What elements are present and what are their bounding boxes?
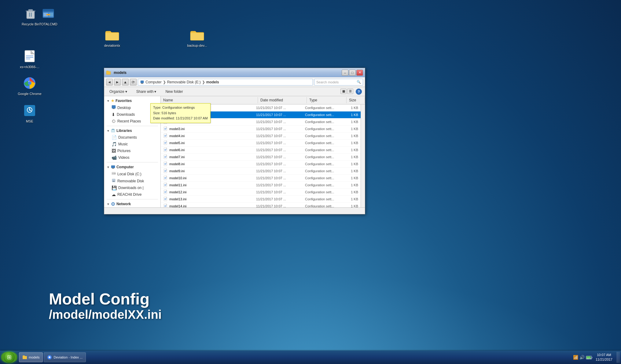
table-row[interactable]: model4.ini 11/21/2017 10:07 ... Configur… [161, 133, 361, 140]
tooltip-date: Date modified: 11/21/2017 10:07 AM [153, 116, 208, 121]
share-dropdown-icon: ▾ [154, 89, 156, 94]
extra-large-view-button[interactable]: ▦ [340, 89, 347, 94]
sidebar-item-removable-disk[interactable]: Removable Disk [104, 177, 160, 184]
table-row[interactable]: model9.ini 11/21/2017 10:07 ... Configur… [161, 168, 361, 175]
sidebar-item-music[interactable]: 🎵 Music [104, 141, 160, 147]
type-column-header[interactable]: Type [307, 97, 347, 103]
file-size-cell: 1 KB [342, 162, 361, 166]
sidebar-item-downloads-on[interactable]: 💾 Downloads on | [104, 184, 160, 191]
downloads-on-nav-icon: 💾 [112, 185, 117, 190]
desktop-icon-deviationtx[interactable]: deviationtx [100, 27, 124, 48]
svg-point-16 [28, 81, 31, 85]
date-column-header[interactable]: Date modified [258, 97, 307, 103]
table-row[interactable]: model10.ini 11/21/2017 10:07 ... Configu… [161, 175, 361, 182]
desktop: Recycle Bin TOTALCMD deviationtx [0, 0, 621, 364]
taskbar-chrome-label: Deviation - Index ... [53, 355, 83, 359]
back-button[interactable]: ◄ [106, 79, 113, 86]
sidebar-item-videos[interactable]: 📹 Videos [104, 154, 160, 161]
downloads-on-nav-label: Downloads on | [118, 186, 144, 190]
share-with-button[interactable]: Share with ▾ [133, 88, 160, 95]
sidebar-item-reachit-drive[interactable]: ☁ REACHit Drive [104, 191, 160, 198]
file-size-cell: 1 KB [342, 112, 361, 117]
file-name-cell: model9.ini [161, 168, 254, 174]
table-row[interactable]: model3.ini 11/21/2017 10:07 ... Configur… [161, 126, 361, 133]
table-row[interactable]: model12.ini 11/21/2017 10:07 ... Configu… [161, 189, 361, 196]
svg-rect-22 [141, 81, 144, 83]
svg-rect-0 [27, 11, 35, 19]
taskbar-models-label: models [29, 355, 39, 359]
maximize-button[interactable]: □ [349, 70, 356, 76]
file-type-cell: Configuration sett... [303, 183, 342, 187]
network-tray-icon[interactable]: 📶 [573, 355, 578, 360]
organize-button[interactable]: Organize ▾ [106, 88, 130, 95]
desktop-icon-mse[interactable]: MSE [17, 103, 42, 123]
deviationtx-folder-icon [105, 27, 119, 42]
start-button[interactable]: ⊞ [1, 352, 17, 363]
name-column-header[interactable]: Name [161, 97, 258, 103]
svg-rect-4 [31, 13, 32, 17]
table-row[interactable]: model6.ini 11/21/2017 10:07 ... Configur… [161, 147, 361, 154]
libraries-section[interactable]: ▼ Libraries [104, 127, 160, 134]
svg-rect-3 [29, 13, 30, 17]
table-row[interactable]: model7.ini 11/21/2017 10:07 ... Configur… [161, 154, 361, 161]
file-name-cell: model6.ini [161, 147, 254, 153]
address-field[interactable]: Computer ❯ Removable Disk (E:) ❯ models [138, 79, 313, 86]
file-type-cell: Configuration sett... [303, 176, 342, 180]
search-box[interactable]: Search models 🔍 [314, 79, 363, 86]
share-with-label: Share with [136, 89, 154, 94]
new-folder-button[interactable]: New folder [162, 88, 186, 95]
totalcmd-icon [41, 6, 56, 21]
computer-icon [140, 80, 144, 84]
desktop-icon-google-chrome[interactable]: Google Chrome [17, 76, 42, 96]
taskbar-item-models[interactable]: models [19, 352, 43, 362]
network-section[interactable]: ▼ Network [104, 201, 160, 207]
close-button[interactable]: ✕ [356, 70, 363, 76]
file-date-cell: 11/21/2017 10:07 ... [254, 140, 303, 145]
forward-button[interactable]: ► [114, 79, 121, 86]
taskbar-items: models Deviation - Index ... [19, 352, 573, 362]
ini-file-icon [163, 155, 168, 159]
help-button[interactable]: ? [356, 89, 362, 95]
file-type-cell: Configuration sett... [303, 162, 342, 166]
file-date-cell: 11/21/2017 10:07 ... [254, 105, 303, 110]
show-desktop-button[interactable] [617, 352, 620, 363]
pictures-nav-label: Pictures [117, 149, 130, 153]
volume-tray-icon[interactable]: 🔊 [579, 355, 585, 360]
table-row[interactable]: model11.ini 11/21/2017 10:07 ... Configu… [161, 182, 361, 189]
removable-disk-nav-icon [112, 178, 116, 184]
details-view-button[interactable]: ☰ [347, 89, 353, 94]
refresh-button[interactable]: ⟳ [130, 79, 137, 86]
desktop-icon-xs-file[interactable]: xs+rk3066-... [17, 49, 42, 69]
computer-section-icon [111, 165, 115, 169]
sidebar-item-local-disk[interactable]: Local Disk (C:) [104, 170, 160, 177]
table-row[interactable]: model13.ini 11/21/2017 10:07 ... Configu… [161, 196, 361, 203]
file-name-cell: model3.ini [161, 126, 254, 132]
table-row[interactable]: model8.ini 11/21/2017 10:07 ... Configur… [161, 161, 361, 168]
file-type-cell: Configuration sett... [303, 147, 342, 152]
file-type-cell: Configuration sett... [303, 119, 342, 124]
desktop-icon-totalcmd[interactable]: TOTALCMD [36, 6, 61, 26]
minimize-button[interactable]: – [342, 70, 348, 76]
sidebar-item-pictures[interactable]: 🖼 Pictures [104, 147, 160, 154]
battery-tray-icon[interactable]: 31% [586, 355, 593, 360]
ini-file-icon [163, 133, 168, 138]
size-column-header[interactable]: Size [347, 97, 365, 103]
system-clock[interactable]: 10:07 AM 11/21/2017 [594, 353, 614, 362]
nav-divider-3 [107, 199, 158, 199]
taskbar-item-chrome[interactable]: Deviation - Index ... [44, 352, 86, 362]
sidebar-item-documents[interactable]: 📄 Documents [104, 134, 160, 141]
nav-divider-2 [107, 162, 158, 162]
file-date-cell: 11/21/2017 10:07 ... [254, 119, 303, 124]
up-button[interactable]: ▲ [122, 79, 129, 86]
breadcrumb-removable: Removable Disk (E:) [167, 80, 201, 84]
nav-divider-1 [107, 126, 158, 126]
computer-section[interactable]: ▼ Computer [104, 164, 160, 170]
desktop-icon-backup[interactable]: backup-dev... [185, 27, 209, 48]
table-row[interactable]: model14.ini 11/21/2017 10:07 ... Configu… [161, 203, 361, 207]
svg-rect-27 [111, 129, 115, 132]
table-row[interactable]: model5.ini 11/21/2017 10:07 ... Configur… [161, 140, 361, 147]
local-disk-nav-icon [112, 171, 116, 177]
removable-disk-nav-label: Removable Disk [117, 179, 144, 183]
network-expand-icon: ▼ [107, 202, 110, 206]
vertical-scrollbar[interactable] [361, 104, 365, 207]
